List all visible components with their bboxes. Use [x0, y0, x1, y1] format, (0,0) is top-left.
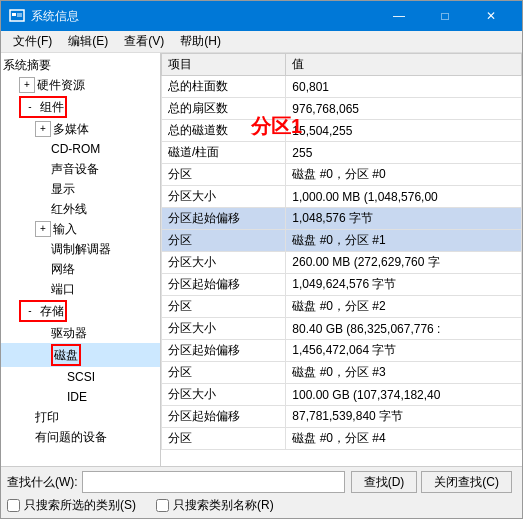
checkbox-name[interactable]: 只搜索类别名称(R): [156, 497, 274, 514]
window-icon: [9, 8, 25, 24]
table-row: 分区磁盘 #0，分区 #4: [162, 428, 522, 450]
menu-help[interactable]: 帮助(H): [172, 31, 229, 52]
checkbox-category-input[interactable]: [7, 499, 20, 512]
table-cell-value: 1,048,576 字节: [286, 208, 522, 230]
table-row: 分区磁盘 #0，分区 #2: [162, 296, 522, 318]
table-cell-label: 总的柱面数: [162, 76, 286, 98]
expander-multimedia[interactable]: +: [35, 121, 51, 137]
table-cell-value: 磁盘 #0，分区 #1: [286, 230, 522, 252]
table-cell-value: 1,000.00 MB (1,048,576,00: [286, 186, 522, 208]
data-table: 项目 值 总的柱面数60,801总的扇区数976,768,065总的磁道数15,…: [161, 53, 522, 450]
tree-item-modem[interactable]: 调制解调器: [1, 239, 160, 259]
tree-item-network[interactable]: 网络: [1, 259, 160, 279]
col-header-item: 项目: [162, 54, 286, 76]
menu-edit[interactable]: 编辑(E): [60, 31, 116, 52]
minimize-button[interactable]: —: [376, 1, 422, 31]
table-row: 总的柱面数60,801: [162, 76, 522, 98]
checkbox-row: 只搜索所选的类别(S) 只搜索类别名称(R): [7, 497, 516, 514]
components-highlight-box: - 组件: [19, 96, 67, 118]
expander-hardware[interactable]: +: [19, 77, 35, 93]
table-cell-label: 总的磁道数: [162, 120, 286, 142]
tree-item-drives[interactable]: 驱动器: [1, 323, 160, 343]
expander-components[interactable]: -: [22, 99, 38, 115]
search-input[interactable]: [82, 471, 345, 493]
left-panel[interactable]: 系统摘要 + 硬件资源 - 组件 + 多媒体: [1, 53, 161, 466]
close-find-button[interactable]: 关闭查找(C): [421, 471, 512, 493]
table-cell-value: 976,768,065: [286, 98, 522, 120]
table-cell-label: 分区: [162, 296, 286, 318]
tree-item-cdrom[interactable]: CD-ROM: [1, 139, 160, 159]
table-row: 分区起始偏移1,456,472,064 字节: [162, 340, 522, 362]
menu-view[interactable]: 查看(V): [116, 31, 172, 52]
table-row: 分区大小1,000.00 MB (1,048,576,00: [162, 186, 522, 208]
table-cell-value: 磁盘 #0，分区 #2: [286, 296, 522, 318]
table-cell-value: 15,504,255: [286, 120, 522, 142]
table-cell-value: 1,049,624,576 字节: [286, 274, 522, 296]
expander-input[interactable]: +: [35, 221, 51, 237]
tree-item-multimedia[interactable]: + 多媒体: [1, 119, 160, 139]
table-row: 分区磁盘 #0，分区 #3: [162, 362, 522, 384]
table-cell-value: 255: [286, 142, 522, 164]
tree-item-ports[interactable]: 端口: [1, 279, 160, 299]
right-panel: 分区1 项目 值 总的柱面数60,801总的扇区数976,768,065总的磁道…: [161, 53, 522, 466]
tree-item-system[interactable]: 系统摘要: [1, 55, 160, 75]
checkbox-name-input[interactable]: [156, 499, 169, 512]
tree-item-storage[interactable]: - 存储: [1, 299, 160, 323]
expander-storage[interactable]: -: [22, 303, 38, 319]
search-label: 查找什么(W):: [7, 474, 78, 491]
table-row: 分区磁盘 #0，分区 #0: [162, 164, 522, 186]
table-row: 总的磁道数15,504,255: [162, 120, 522, 142]
menu-bar: 文件(F) 编辑(E) 查看(V) 帮助(H): [1, 31, 522, 53]
table-cell-label: 分区起始偏移: [162, 406, 286, 428]
table-cell-label: 分区: [162, 164, 286, 186]
table-cell-value: 260.00 MB (272,629,760 字: [286, 252, 522, 274]
maximize-button[interactable]: □: [422, 1, 468, 31]
table-cell-value: 磁盘 #0，分区 #0: [286, 164, 522, 186]
disks-highlight-box: 磁盘: [51, 344, 81, 366]
table-row: 总的扇区数976,768,065: [162, 98, 522, 120]
checkbox-name-label: 只搜索类别名称(R): [173, 497, 274, 514]
table-row: 分区起始偏移87,781,539,840 字节: [162, 406, 522, 428]
find-button[interactable]: 查找(D): [351, 471, 418, 493]
table-cell-label: 分区大小: [162, 252, 286, 274]
bottom-bar: 查找什么(W): 查找(D) 关闭查找(C) 只搜索所选的类别(S) 只搜索类别…: [1, 466, 522, 518]
table-cell-value: 60,801: [286, 76, 522, 98]
tree-item-disks[interactable]: 磁盘: [1, 343, 160, 367]
table-cell-value: 磁盘 #0，分区 #3: [286, 362, 522, 384]
storage-highlight-box: - 存储: [19, 300, 67, 322]
tree-item-problems[interactable]: 有问题的设备: [1, 427, 160, 447]
table-cell-value: 100.00 GB (107,374,182,40: [286, 384, 522, 406]
tree-item-display[interactable]: 显示: [1, 179, 160, 199]
table-cell-label: 分区大小: [162, 186, 286, 208]
table-row: 分区大小100.00 GB (107,374,182,40: [162, 384, 522, 406]
tree-item-infrared[interactable]: 红外线: [1, 199, 160, 219]
window-controls: — □ ✕: [376, 1, 514, 31]
table-cell-label: 分区起始偏移: [162, 340, 286, 362]
table-row: 分区大小80.40 GB (86,325,067,776 :: [162, 318, 522, 340]
table-cell-label: 分区起始偏移: [162, 274, 286, 296]
table-row: 分区起始偏移1,048,576 字节: [162, 208, 522, 230]
table-cell-value: 磁盘 #0，分区 #4: [286, 428, 522, 450]
table-cell-value: 87,781,539,840 字节: [286, 406, 522, 428]
tree-item-components[interactable]: - 组件: [1, 95, 160, 119]
tree-item-hardware[interactable]: + 硬件资源: [1, 75, 160, 95]
col-header-value: 值: [286, 54, 522, 76]
table-cell-value: 1,456,472,064 字节: [286, 340, 522, 362]
table-row: 磁道/柱面255: [162, 142, 522, 164]
tree-item-input[interactable]: + 输入: [1, 219, 160, 239]
tree-item-scsi[interactable]: SCSI: [1, 367, 160, 387]
menu-file[interactable]: 文件(F): [5, 31, 60, 52]
checkbox-category[interactable]: 只搜索所选的类别(S): [7, 497, 136, 514]
svg-rect-1: [12, 13, 16, 16]
tree-item-print[interactable]: 打印: [1, 407, 160, 427]
table-cell-label: 分区: [162, 362, 286, 384]
close-button[interactable]: ✕: [468, 1, 514, 31]
tree-item-audio[interactable]: 声音设备: [1, 159, 160, 179]
tree-item-ide[interactable]: IDE: [1, 387, 160, 407]
table-cell-label: 分区: [162, 428, 286, 450]
table-cell-label: 分区: [162, 230, 286, 252]
table-cell-label: 分区大小: [162, 384, 286, 406]
search-row: 查找什么(W): 查找(D) 关闭查找(C): [7, 471, 516, 493]
main-window: 系统信息 — □ ✕ 文件(F) 编辑(E) 查看(V) 帮助(H) 系统摘要 …: [0, 0, 523, 519]
table-cell-label: 总的扇区数: [162, 98, 286, 120]
